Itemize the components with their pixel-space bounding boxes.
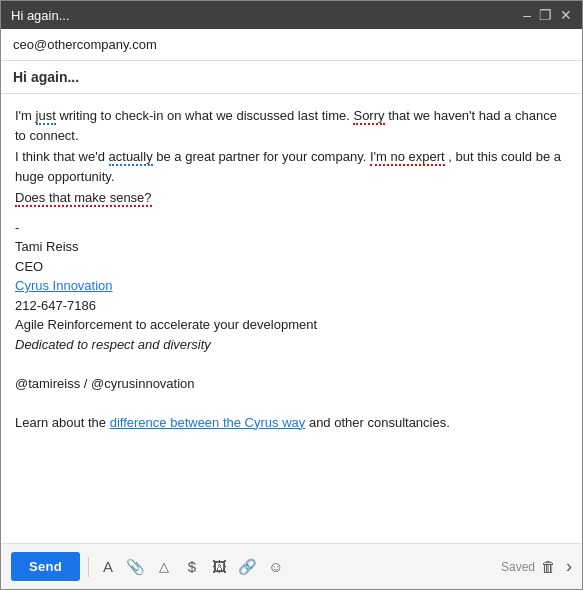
sig-motto: Dedicated to respect and diversity [15, 335, 568, 355]
sig-name: Tami Reiss [15, 237, 568, 257]
format-text-icon[interactable]: A [97, 556, 119, 578]
sig-social: @tamireiss / @cyrusinnovation [15, 374, 568, 394]
to-field: ceo@othercompany.com [1, 29, 582, 61]
signature-block: - Tami Reiss CEO Cyrus Innovation 212-64… [15, 218, 568, 433]
subject-field: Hi again... [1, 61, 582, 94]
compose-toolbar: Send A 📎 △ $ 🖼 🔗 ☺ Saved 🗑 › [1, 543, 582, 589]
saved-status: Saved 🗑 › [501, 556, 572, 577]
subject-text: Hi again... [13, 69, 79, 85]
google-drive-icon[interactable]: △ [153, 556, 175, 578]
recipient-address: ceo@othercompany.com [13, 37, 157, 52]
body-line-3: Does that make sense? [15, 188, 568, 208]
sig-blank2 [15, 393, 568, 413]
body-line-1: I'm just writing to check-in on what we … [15, 106, 568, 145]
phrase-no-expert: I'm no expert [370, 149, 445, 166]
insert-emoji-icon[interactable]: ☺ [265, 556, 287, 578]
title-bar: Hi again... – ❐ ✕ [1, 1, 582, 29]
body-line-2: I think that we'd actually be a great pa… [15, 147, 568, 186]
send-button[interactable]: Send [11, 552, 80, 581]
word-sorry: Sorry [353, 108, 384, 125]
window-controls: – ❐ ✕ [523, 7, 572, 23]
company-link[interactable]: Cyrus Innovation [15, 278, 113, 293]
window-title: Hi again... [11, 8, 70, 23]
attach-file-icon[interactable]: 📎 [125, 556, 147, 578]
sig-dash: - [15, 218, 568, 238]
insert-money-icon[interactable]: $ [181, 556, 203, 578]
minimize-icon[interactable]: – [523, 7, 531, 23]
sig-phone: 212-647-7186 [15, 296, 568, 316]
email-compose-window: Hi again... – ❐ ✕ ceo@othercompany.com H… [0, 0, 583, 590]
saved-label: Saved [501, 560, 535, 574]
sig-company: Cyrus Innovation [15, 276, 568, 296]
sig-learn-suffix: and other consultancies. [305, 415, 450, 430]
discard-icon[interactable]: 🗑 [541, 558, 556, 575]
insert-link-icon[interactable]: 🔗 [237, 556, 259, 578]
expand-icon[interactable]: ❐ [539, 7, 552, 23]
sig-title: CEO [15, 257, 568, 277]
word-just: just [36, 108, 56, 125]
sig-blank [15, 354, 568, 374]
insert-photo-icon[interactable]: 🖼 [209, 556, 231, 578]
sig-learn: Learn about the difference between the C… [15, 413, 568, 433]
toolbar-divider-1 [88, 557, 89, 577]
phrase-does-that-make: Does that make sense? [15, 190, 152, 207]
sig-tagline: Agile Reinforcement to accelerate your d… [15, 315, 568, 335]
close-icon[interactable]: ✕ [560, 7, 572, 23]
more-options-icon[interactable]: › [566, 556, 572, 577]
sig-learn-link[interactable]: difference between the Cyrus way [110, 415, 306, 430]
email-body[interactable]: I'm just writing to check-in on what we … [1, 94, 582, 543]
word-actually: actually [109, 149, 153, 166]
sig-learn-prefix: Learn about the [15, 415, 110, 430]
